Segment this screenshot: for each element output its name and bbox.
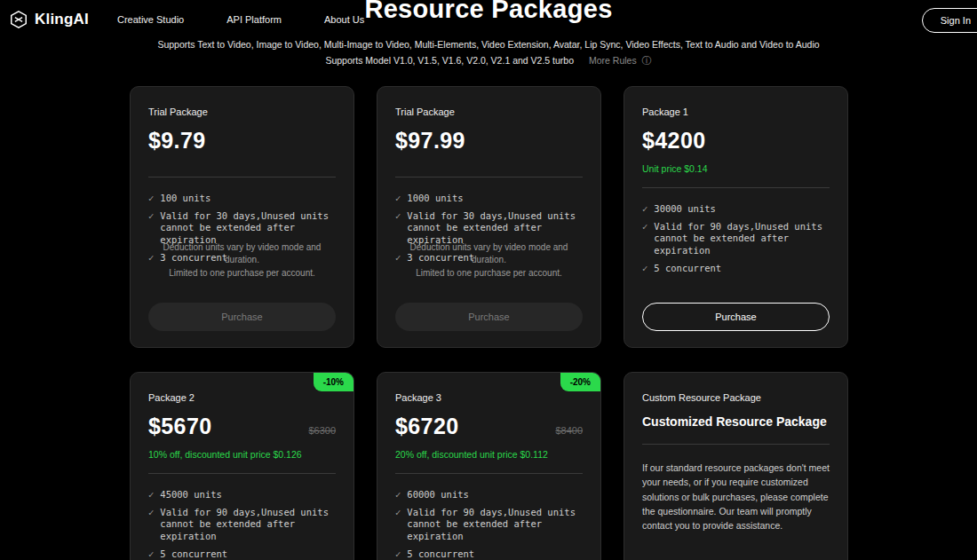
discount-badge: -10% [314,373,353,391]
note-line: Deduction units vary by video mode and d… [395,241,583,267]
divider [642,444,830,445]
check-icon: ✓ [395,489,401,501]
price: $97.99 [395,128,465,154]
divider [148,473,336,474]
feature-list: ✓ 30000 units ✓ Valid for 90 days,Unused… [642,203,830,274]
price: $9.79 [148,128,206,154]
card-package-1: Package 1 $4200 Unit price $0.14 ✓ 30000… [624,86,848,348]
sign-in-button[interactable]: Sign In [922,8,977,33]
price: $4200 [642,128,706,154]
check-icon: ✓ [642,203,647,216]
feature-text: Valid for 90 days,Unused units cannot be… [160,507,336,543]
card-title: Trial Package [148,106,336,117]
top-header: KlingAI Creative Studio API Platform Abo… [0,0,977,39]
note-line: Limited to one purchase per account. [395,267,583,280]
feature-item: ✓ 30000 units [642,203,830,216]
info-icon[interactable]: ⓘ [642,55,652,66]
price-row: $97.99 [395,128,583,154]
divider [395,177,583,177]
feature-list: ✓ 60000 units ✓ Valid for 90 days,Unused… [395,489,583,560]
divider [395,473,583,474]
feature-text: 5 concurrent [160,548,227,560]
supported-models-text: Supports Model V1.0, V1.5, V1.6, V2.0, V… [325,55,574,66]
discount-note: 10% off, discounted unit price $0.126 [148,449,336,460]
more-rules-link[interactable]: More Rules [589,55,637,66]
supported-modes-text: Supports Text to Video, Image to Video, … [0,39,977,50]
check-icon: ✓ [395,193,401,205]
card-title: Trial Package [395,106,583,117]
price-row: $9.79 [148,128,336,154]
feature-text: 45000 units [160,489,222,501]
feature-item: ✓ Valid for 90 days,Unused units cannot … [395,507,583,543]
custom-package-heading: Customized Resource Package [642,414,830,429]
feature-text: 5 concurrent [407,548,474,560]
price-row: $5670 $6300 [148,414,336,439]
feature-item: ✓ 45000 units [148,489,336,501]
check-icon: ✓ [148,489,154,501]
card-trial-package-1: Trial Package $9.79 ✓ 100 units ✓ Valid … [130,86,354,348]
purchase-button[interactable]: Purchase [395,303,583,331]
card-trial-package-2: Trial Package $97.99 ✓ 1000 units ✓ Vali… [377,86,601,348]
feature-text: 30000 units [654,203,716,216]
original-price: $8400 [555,425,583,436]
discount-note: 20% off, discounted unit price $0.112 [395,449,583,460]
check-icon: ✓ [395,548,401,560]
purchase-button[interactable]: Purchase [642,303,830,331]
feature-item: ✓ Valid for 90 days,Unused units cannot … [642,221,830,257]
discount-badge: -20% [560,373,600,391]
card-package-2: -10% Package 2 $5670 $6300 10% off, disc… [130,372,354,560]
custom-package-description: If our standard resource packages don't … [642,461,830,532]
card-title: Package 2 [148,392,336,403]
check-icon: ✓ [148,193,154,205]
card-custom-package: Custom Resource Package Customized Resou… [624,372,848,560]
feature-item: ✓ 5 concurrent [642,263,830,275]
divider [642,187,830,188]
divider [148,177,336,177]
purchase-button[interactable]: Purchase [148,303,336,331]
feature-item: ✓ 100 units [148,193,336,205]
card-title: Custom Resource Package [642,392,830,403]
price-row: $4200 [642,128,830,154]
note-line: Limited to one purchase per account. [148,267,336,280]
price: $6720 [395,414,459,439]
feature-text: 5 concurrent [654,263,721,275]
original-price: $6300 [308,425,336,436]
note-line: Deduction units vary by video mode and d… [148,241,336,267]
check-icon: ✓ [148,548,154,560]
hero-subtitles: Supports Text to Video, Image to Video, … [0,39,977,67]
unit-price-note: Unit price $0.14 [642,163,830,174]
feature-text: 60000 units [407,489,469,501]
check-icon: ✓ [642,221,647,257]
feature-text: 1000 units [407,193,463,205]
feature-item: ✓ 5 concurrent [395,548,583,560]
card-title: Package 1 [642,106,830,117]
check-icon: ✓ [395,507,401,543]
feature-item: ✓ 5 concurrent [148,548,336,560]
page-title: Resource Packages [0,0,977,24]
price-row: $6720 $8400 [395,414,583,439]
card-package-3: -20% Package 3 $6720 $8400 20% off, disc… [377,372,601,560]
check-icon: ✓ [148,507,154,543]
feature-list: ✓ 45000 units ✓ Valid for 90 days,Unused… [148,489,336,560]
feature-text: 100 units [160,193,210,205]
feature-item: ✓ 1000 units [395,193,583,205]
feature-item: ✓ Valid for 90 days,Unused units cannot … [148,507,336,543]
card-notes: Deduction units vary by video mode and d… [395,241,583,280]
card-title: Package 3 [395,392,583,403]
supported-models-row: Supports Model V1.0, V1.5, V1.6, V2.0, V… [0,54,977,67]
check-icon: ✓ [642,263,647,275]
pricing-grid: Trial Package $9.79 ✓ 100 units ✓ Valid … [130,86,848,560]
price: $5670 [148,414,212,439]
card-notes: Deduction units vary by video mode and d… [148,241,336,280]
feature-text: Valid for 90 days,Unused units cannot be… [654,221,830,257]
feature-item: ✓ 60000 units [395,489,583,501]
feature-text: Valid for 90 days,Unused units cannot be… [407,507,583,543]
